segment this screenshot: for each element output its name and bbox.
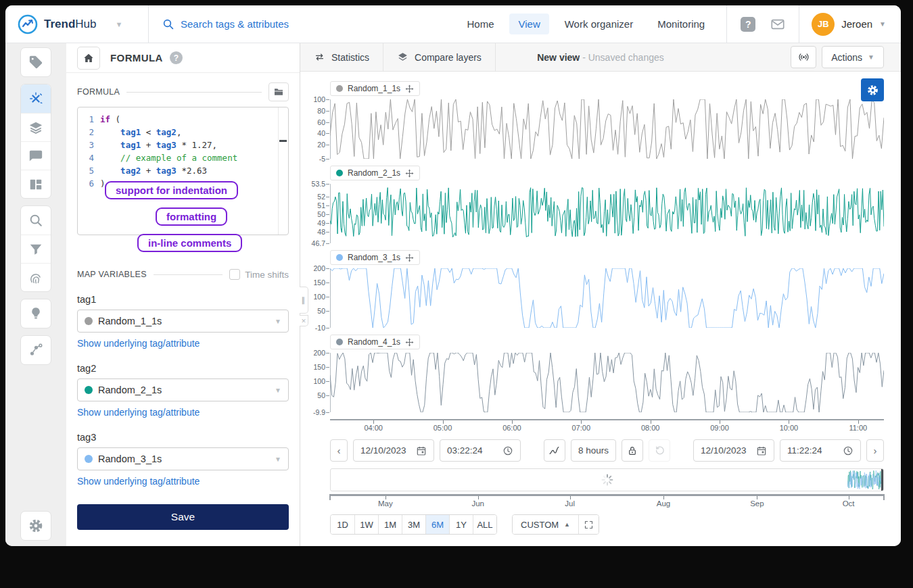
home-button[interactable] <box>77 47 100 70</box>
actions-button[interactable]: Actions▼ <box>822 46 884 68</box>
tag2-select[interactable]: Random_2_1s ▼ <box>77 378 289 401</box>
sidebar-item-settings[interactable] <box>21 512 51 540</box>
workspace-chevron-down-icon[interactable]: ▼ <box>115 20 122 28</box>
save-button[interactable]: Save <box>77 504 289 530</box>
range-button-1w[interactable]: 1W <box>354 515 378 534</box>
y-tick-label: 40 <box>317 129 330 137</box>
range-button-6m[interactable]: 6M <box>425 515 449 534</box>
move-icon[interactable] <box>405 338 414 347</box>
open-formula-button[interactable] <box>268 82 289 101</box>
sidebar-item-formula[interactable] <box>21 84 51 113</box>
end-date-field[interactable]: 12/10/2023 <box>693 439 774 462</box>
clock-icon <box>502 445 513 456</box>
nav-work-organizer[interactable]: Work organizer <box>556 14 642 34</box>
line-plot[interactable]: 20015010050-10 <box>330 268 884 328</box>
fingerprint-icon <box>28 270 43 285</box>
sidebar-item-search[interactable] <box>21 206 51 235</box>
compare-layers-button[interactable]: Compare layers <box>383 43 496 71</box>
show-underlying-link[interactable]: Show underlying tag/attribute <box>77 338 289 349</box>
line-plot[interactable]: 20015010050-9.9 <box>330 353 884 412</box>
code-scrollbar[interactable] <box>278 107 288 235</box>
y-tick-label: 60 <box>317 118 330 126</box>
time-tick-label: 10:00 <box>780 424 799 432</box>
overview-range-handle[interactable] <box>881 469 883 491</box>
series-chip[interactable]: Random_1_1s <box>330 81 420 96</box>
panel-close-icon[interactable]: ✕ <box>300 315 308 326</box>
y-tick-label: 100 <box>313 377 330 385</box>
annotation-formatting: formatting <box>156 207 227 226</box>
gear-icon <box>28 518 44 534</box>
sidebar-item-recommendations[interactable] <box>21 299 51 328</box>
series-chip[interactable]: Random_3_1s <box>330 250 420 265</box>
nav-home[interactable]: Home <box>458 14 502 34</box>
user-menu[interactable]: JB Jeroen ▼ <box>799 13 901 36</box>
range-button-1d[interactable]: 1D <box>331 515 354 534</box>
range-button-3m[interactable]: 3M <box>402 515 425 534</box>
fit-range-button[interactable] <box>578 515 599 534</box>
calendar-icon <box>756 445 767 456</box>
top-nav: Home View Work organizer Monitoring ? JB… <box>454 5 901 43</box>
search-icon <box>162 18 174 30</box>
sidebar-item-tags[interactable] <box>21 48 51 76</box>
variable-name: tag1 <box>77 294 289 305</box>
month-tick-label: Jul <box>565 499 575 508</box>
move-icon[interactable] <box>405 169 414 178</box>
time-shifts-toggle[interactable]: Time shifts <box>229 269 289 280</box>
help-icon[interactable]: ? <box>741 17 755 32</box>
sidebar-item-dashboard[interactable] <box>21 170 51 198</box>
series-dot <box>85 386 93 394</box>
sidebar-item-filter[interactable] <box>21 235 51 263</box>
move-icon[interactable] <box>405 253 414 262</box>
scatter-graph-icon <box>28 343 43 358</box>
show-underlying-link[interactable]: Show underlying tag/attribute <box>77 407 289 418</box>
tag3-select[interactable]: Random_3_1s ▼ <box>77 447 289 470</box>
lock-range-button[interactable] <box>622 439 643 462</box>
chart-settings-button[interactable] <box>861 78 884 101</box>
variable-name: tag3 <box>77 432 289 443</box>
time-tick-label: 05:00 <box>434 424 452 432</box>
time-shifts-checkbox[interactable] <box>229 269 240 280</box>
range-button-1y[interactable]: 1Y <box>449 515 473 534</box>
interpolation-button[interactable] <box>544 439 565 462</box>
tag1-select[interactable]: Random_1_1s ▼ <box>77 310 289 333</box>
line-plot[interactable]: 53.5525150494846.7 <box>330 184 884 243</box>
start-time-field[interactable]: 03:22:24 <box>440 439 521 462</box>
global-search <box>149 18 329 30</box>
step-back-button[interactable]: ‹ <box>330 439 348 462</box>
gear-icon <box>866 84 879 97</box>
statistics-button[interactable]: Statistics <box>300 43 383 71</box>
panel-title: FORMULA <box>110 52 163 64</box>
live-mode-button[interactable] <box>791 46 816 68</box>
chart-random-4: Random_4_1s 20015010050-9.9 <box>330 335 884 412</box>
custom-range-button[interactable]: CUSTOM▲ <box>513 515 578 534</box>
range-button-all[interactable]: ALL <box>473 515 496 534</box>
series-chip[interactable]: Random_2_1s <box>330 166 420 180</box>
formula-help-icon[interactable]: ? <box>170 51 183 64</box>
sidebar-item-fingerprint[interactable] <box>21 263 51 291</box>
nav-monitoring[interactable]: Monitoring <box>649 14 713 34</box>
sidebar-item-connections[interactable] <box>21 336 51 364</box>
nav-view[interactable]: View <box>509 14 548 34</box>
chart-random-1: Random_1_1s 10080604020-5 <box>330 81 884 159</box>
move-icon[interactable] <box>405 84 414 93</box>
panel-splitter-handle[interactable]: ∥ <box>300 287 308 314</box>
mail-icon[interactable] <box>770 17 785 32</box>
history-reset-button[interactable] <box>649 439 670 462</box>
sidebar-item-layers[interactable] <box>21 113 51 141</box>
y-tick-label: 150 <box>313 363 330 371</box>
search-input[interactable] <box>181 18 329 30</box>
lightbulb-icon <box>28 306 43 321</box>
series-chip[interactable]: Random_4_1s <box>330 335 420 349</box>
start-date-field[interactable]: 12/10/2023 <box>353 439 434 462</box>
range-button-1m[interactable]: 1M <box>378 515 402 534</box>
line-plot[interactable]: 10080604020-5 <box>330 99 884 159</box>
sidebar-item-comments[interactable] <box>21 141 51 170</box>
show-underlying-link[interactable]: Show underlying tag/attribute <box>77 476 289 487</box>
end-time-field[interactable]: 11:22:24 <box>780 439 861 462</box>
trendhub-logo-icon <box>18 14 38 34</box>
compare-layers-icon <box>397 51 408 63</box>
step-forward-button[interactable]: › <box>866 439 884 462</box>
selected-tag: Random_3_1s <box>98 454 275 464</box>
duration-field[interactable]: 8 hours <box>571 439 616 462</box>
overview-strip[interactable] <box>330 468 884 491</box>
